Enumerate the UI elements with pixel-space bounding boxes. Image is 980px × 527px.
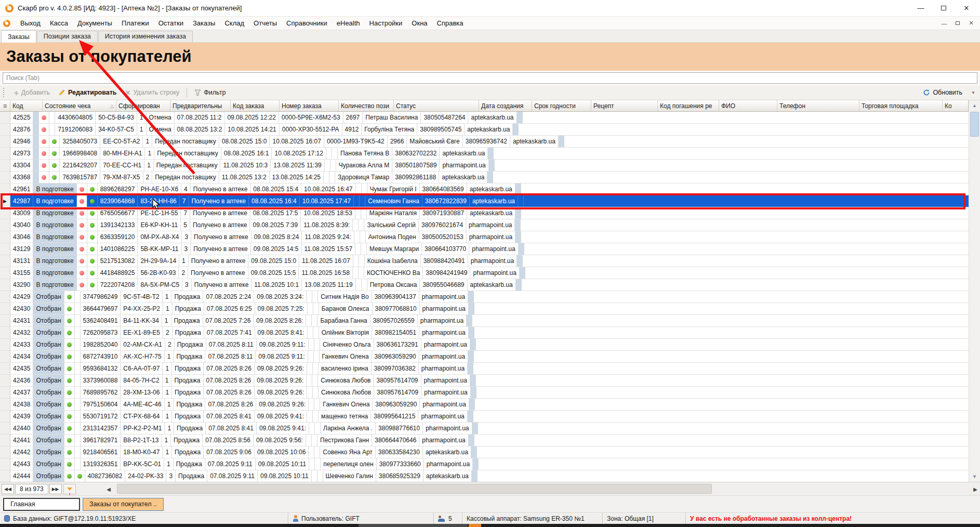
- cell-recipe[interactable]: 0000-1M93-T9K5-42: [324, 136, 388, 147]
- scroll-left-button[interactable]: ◀: [104, 484, 113, 494]
- cell-recipe[interactable]: [309, 423, 315, 434]
- cell-order_num[interactable]: 84-05-7H-C2: [121, 375, 162, 386]
- cell-ko[interactable]: [513, 124, 519, 135]
- table-row[interactable]: 42432Отобран7262095873EE-X1-89-E52Продаж…: [0, 327, 969, 339]
- cell-created[interactable]: 07.08.2025 2:24: [203, 291, 254, 302]
- cell-redeem[interactable]: [314, 351, 320, 362]
- cell-created[interactable]: 07.08.2025 7:41: [204, 327, 255, 338]
- cell-expires[interactable]: 09.08.2025 8:41:: [255, 327, 308, 338]
- cell-recipe[interactable]: [354, 231, 360, 243]
- table-row[interactable]: 42876719120608334-K0-57-C51Отмена08.08.2…: [0, 124, 969, 136]
- cell-state[interactable]: В подготовке: [33, 207, 76, 219]
- cell-redeem[interactable]: [313, 387, 319, 398]
- cell-code[interactable]: 43290: [10, 279, 33, 291]
- cell-name[interactable]: Совенко Яна Арт: [320, 446, 375, 458]
- cell-code[interactable]: 43040: [10, 219, 33, 231]
- cell-order_num[interactable]: AK-XC-H7-75: [121, 351, 164, 362]
- cell-created[interactable]: 08.08.2025 15:0: [219, 136, 270, 147]
- cell-code[interactable]: 42436: [10, 375, 33, 386]
- cell-phone[interactable]: 380995641215: [371, 411, 418, 422]
- cell-recipe[interactable]: [307, 375, 312, 386]
- cell-code[interactable]: 43155: [10, 267, 33, 279]
- cell-recipe[interactable]: [353, 267, 359, 279]
- cell-order_num[interactable]: BP-KK-5C-01: [121, 458, 164, 470]
- mdi-minimize-button[interactable]: —: [938, 19, 950, 28]
- cell-formed[interactable]: [39, 136, 49, 147]
- cell-phone[interactable]: 380988776610: [376, 423, 423, 434]
- cell-redeem[interactable]: 4912: [342, 124, 362, 135]
- cell-qty[interactable]: 3: [182, 279, 192, 291]
- cell-name[interactable]: Олійник Вікторія: [319, 327, 372, 338]
- cell-state[interactable]: В подготовке: [33, 267, 76, 279]
- cell-created[interactable]: 07.08.2025 8:26: [204, 387, 255, 398]
- cell-prelim[interactable]: [75, 375, 81, 386]
- cell-name[interactable]: Ситник Надія Во: [318, 291, 372, 302]
- cell-recipe[interactable]: 0000-5P9E-X6M2-53: [279, 112, 343, 123]
- cell-code[interactable]: 42444: [10, 470, 33, 482]
- cell-redeem[interactable]: [360, 195, 365, 207]
- cell-expires[interactable]: 09.08.2025 12:22: [224, 112, 279, 123]
- cell-expires[interactable]: 10.08.2025 16:07: [270, 136, 324, 147]
- cell-qty[interactable]: 1: [164, 458, 174, 470]
- column-header-formed[interactable]: Сформирован: [116, 100, 170, 111]
- cell-formed[interactable]: [77, 207, 87, 219]
- cell-code[interactable]: 42442: [10, 446, 33, 458]
- cell-qty[interactable]: 1: [163, 291, 172, 302]
- cell-order_num[interactable]: C6-AA-0T-97: [121, 363, 163, 374]
- cell-name[interactable]: Чуракова Алла М: [336, 160, 393, 171]
- cell-status[interactable]: Получено в аптеке: [190, 207, 250, 219]
- cell-status[interactable]: Отмена: [147, 124, 175, 135]
- cell-qty[interactable]: 4: [181, 183, 191, 195]
- cell-formed[interactable]: [64, 434, 75, 446]
- cell-status[interactable]: Продажа: [172, 411, 204, 422]
- cell-redeem[interactable]: [315, 423, 321, 434]
- cell-redeem[interactable]: [313, 327, 319, 338]
- menu-item-Документы[interactable]: Документы: [73, 17, 117, 29]
- cell-formed[interactable]: [77, 267, 87, 279]
- cell-market[interactable]: aptekaskarb.ua: [468, 279, 516, 291]
- cell-created[interactable]: 08.08.2025 17:5: [250, 207, 301, 219]
- cell-prelim[interactable]: [49, 136, 60, 147]
- window-tab-Главная[interactable]: Главная: [3, 498, 80, 511]
- cell-expires[interactable]: 09.08.2025 8:26:: [254, 315, 306, 326]
- cell-order_code[interactable]: 5362408491: [81, 315, 121, 326]
- cell-market[interactable]: pharmapoint.ua: [419, 363, 468, 374]
- cell-status[interactable]: Продажа: [172, 446, 204, 458]
- cell-prelim[interactable]: [75, 291, 81, 302]
- cell-prelim[interactable]: [49, 124, 55, 135]
- cell-code[interactable]: 43129: [10, 243, 33, 255]
- toolbar-overflow-button[interactable]: ▾: [970, 88, 977, 97]
- cell-recipe[interactable]: [308, 351, 314, 362]
- cell-phone[interactable]: 380971930887: [420, 207, 467, 219]
- cell-ko[interactable]: [470, 375, 476, 386]
- cell-state[interactable]: Отобран: [33, 411, 64, 422]
- cell-prelim[interactable]: [75, 351, 81, 362]
- horizontal-scroll-thumb[interactable]: [117, 484, 712, 494]
- table-row[interactable]: 43368763981578779-XM-87-X52Передан поста…: [0, 172, 969, 183]
- cell-state[interactable]: Отобран: [33, 434, 64, 446]
- cell-formed[interactable]: [64, 339, 75, 350]
- cell-ko[interactable]: [520, 267, 525, 279]
- horizontal-scrollbar[interactable]: ◀: [104, 484, 969, 494]
- cell-redeem[interactable]: [332, 148, 338, 159]
- last-page-button[interactable]: ▶▶: [49, 484, 62, 494]
- cell-name[interactable]: Горбуліна Тетяна: [362, 124, 417, 135]
- cell-market[interactable]: pharmapoint.ua: [421, 387, 470, 398]
- cell-ko[interactable]: [469, 434, 474, 446]
- cell-recipe[interactable]: [356, 279, 362, 291]
- cell-state[interactable]: В подготовке: [33, 219, 76, 231]
- cell-ko[interactable]: [467, 315, 472, 326]
- cell-order_num[interactable]: 79-XM-87-X5: [100, 172, 143, 183]
- cell-recipe[interactable]: [356, 183, 362, 195]
- table-row[interactable]: 43129В подготовке14010862255B-KK-MP-113П…: [0, 243, 969, 255]
- cell-formed[interactable]: [64, 303, 75, 314]
- cell-order_code[interactable]: 1982852040: [81, 339, 121, 350]
- cell-redeem[interactable]: [313, 303, 319, 314]
- cell-expires[interactable]: 09.08.2025 9:26:: [256, 399, 309, 410]
- cell-name[interactable]: Маркіян Наталія: [367, 207, 420, 219]
- cell-prelim[interactable]: [75, 458, 81, 470]
- cell-state[interactable]: Отобран: [33, 399, 64, 410]
- cell-ko[interactable]: [468, 411, 473, 422]
- table-row[interactable]: 43155В подготовке441848892556-2B-K0-932П…: [0, 267, 969, 279]
- cell-phone[interactable]: 380632702232: [392, 148, 440, 159]
